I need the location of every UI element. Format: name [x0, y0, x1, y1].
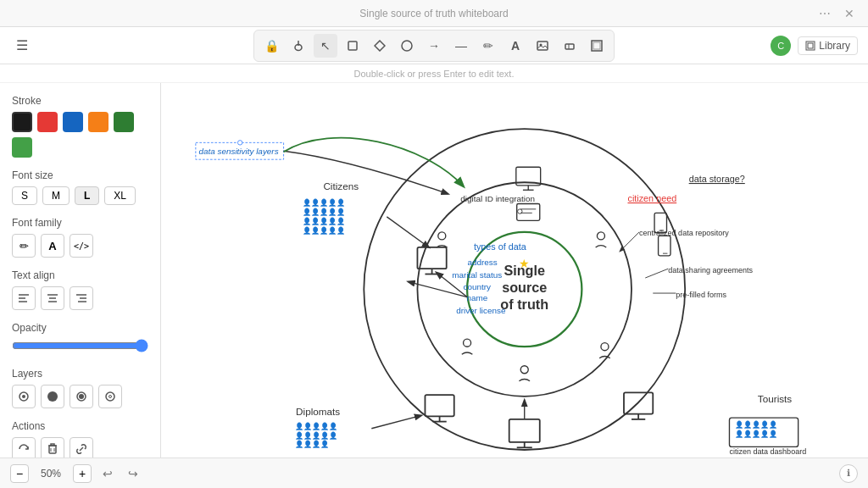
color-green[interactable] — [12, 137, 32, 158]
toolbar-hint: Double-click or press Enter to edit text… — [354, 69, 515, 79]
ellipse-tool[interactable] — [395, 34, 419, 58]
layer-btn-2[interactable] — [41, 385, 64, 408]
svg-rect-6 — [565, 44, 574, 49]
info-button[interactable]: ℹ — [839, 464, 858, 483]
svg-text:data sharing agreements: data sharing agreements — [668, 266, 753, 274]
svg-rect-11 — [808, 43, 813, 48]
hand-tool[interactable] — [287, 34, 310, 58]
svg-text:👤👤👤👤👤: 👤👤👤👤👤 — [295, 422, 338, 431]
font-size-buttons: S M L XL — [12, 186, 148, 205]
stroke-label: Stroke — [12, 95, 148, 107]
line-tool[interactable]: — — [449, 34, 473, 58]
rotate-button[interactable] — [12, 437, 36, 458]
svg-text:country: country — [464, 282, 492, 291]
svg-text:digital ID integration: digital ID integration — [460, 194, 535, 203]
font-size-s[interactable]: S — [12, 186, 37, 205]
opacity-slider[interactable] — [12, 339, 148, 352]
opacity-section: Opacity — [12, 322, 148, 356]
svg-point-27 — [109, 396, 112, 398]
layer-buttons — [12, 385, 148, 408]
svg-text:👤👤👤👤👤: 👤👤👤👤👤 — [735, 420, 778, 430]
color-black[interactable] — [12, 112, 32, 132]
svg-marker-2 — [375, 41, 385, 51]
delete-button[interactable] — [41, 437, 64, 458]
svg-text:Citizens: Citizens — [323, 180, 359, 191]
zoom-value[interactable]: 50% — [36, 468, 66, 480]
svg-text:citizen data dashboard: citizen data dashboard — [729, 447, 806, 456]
library-button[interactable]: Library — [798, 36, 858, 55]
layers-label: Layers — [12, 368, 148, 380]
font-size-label: Font size — [12, 169, 148, 181]
svg-text:address: address — [467, 258, 497, 267]
svg-rect-1 — [348, 42, 357, 50]
align-left-button[interactable] — [12, 286, 36, 310]
tools-group: 🔒 ↖ → — ✏ A — [253, 30, 615, 62]
toolbar-right: C Library — [771, 36, 858, 56]
window-title: Single source of truth whiteboard — [359, 8, 508, 19]
font-size-xl[interactable]: XL — [104, 186, 136, 205]
font-size-l[interactable]: L — [75, 186, 99, 205]
color-red[interactable] — [37, 112, 58, 132]
layers-section: Layers — [12, 368, 148, 408]
action-buttons — [12, 437, 148, 458]
svg-text:Tourists: Tourists — [758, 393, 793, 404]
user-avatar[interactable]: C — [771, 36, 791, 56]
stroke-section: Stroke — [12, 95, 148, 158]
arrow-tool[interactable]: → — [422, 34, 446, 58]
undo-button[interactable]: ↩ — [98, 464, 117, 483]
svg-text:👤👤👤👤👤: 👤👤👤👤👤 — [303, 217, 346, 226]
left-panel: Stroke Font size S M L XL — [0, 83, 161, 458]
diamond-tool[interactable] — [368, 34, 392, 58]
zoom-in-button[interactable]: + — [73, 464, 92, 483]
layer-btn-4[interactable] — [98, 385, 122, 408]
image-tool[interactable] — [531, 34, 554, 58]
font-size-m[interactable]: M — [42, 186, 70, 205]
svg-text:marital status: marital status — [452, 270, 502, 280]
main-area: Stroke Font size S M L XL — [0, 83, 868, 458]
menu-button[interactable]: ☰ — [10, 34, 34, 58]
svg-point-26 — [106, 392, 114, 401]
text-tool[interactable]: A — [504, 34, 527, 58]
svg-text:👤👤👤👤👤: 👤👤👤👤👤 — [735, 430, 778, 439]
svg-text:pre-filled forms: pre-filled forms — [676, 291, 726, 299]
redo-button[interactable]: ↪ — [124, 464, 142, 483]
link-button[interactable] — [70, 437, 93, 458]
svg-point-3 — [402, 41, 412, 51]
color-dark-green[interactable] — [114, 112, 134, 132]
font-handwriting[interactable]: ✏ — [12, 234, 36, 258]
canvas-area[interactable]: Single source of truth ★ types of data a… — [161, 83, 868, 458]
text-align-buttons — [12, 286, 148, 310]
svg-text:👤👤👤👤👤: 👤👤👤👤👤 — [295, 431, 338, 441]
bottom-right: ℹ — [839, 464, 858, 483]
svg-text:Diplomats: Diplomats — [296, 406, 340, 417]
font-family-section: Font family ✏ A </> — [12, 217, 148, 258]
lock-tool[interactable]: 🔒 — [259, 34, 283, 58]
layer-btn-1[interactable] — [12, 385, 36, 408]
close-button[interactable]: ✕ — [841, 5, 858, 22]
svg-text:of truth: of truth — [500, 297, 548, 312]
bottom-bar: − 50% + ↩ ↪ ℹ — [0, 458, 868, 488]
svg-text:★: ★ — [519, 257, 530, 270]
text-align-section: Text align — [12, 269, 148, 310]
color-orange[interactable] — [88, 112, 108, 132]
align-center-button[interactable] — [41, 286, 64, 310]
svg-point-23 — [47, 391, 58, 402]
zoom-out-button[interactable]: − — [10, 464, 29, 483]
frame-tool[interactable] — [585, 34, 609, 58]
minimize-button[interactable]: ⋯ — [815, 5, 834, 22]
svg-text:types of data: types of data — [474, 241, 527, 252]
font-code[interactable]: </> — [70, 234, 93, 258]
layer-btn-3[interactable] — [70, 385, 93, 408]
color-blue[interactable] — [63, 112, 83, 132]
text-align-label: Text align — [12, 269, 148, 281]
eraser-tool[interactable] — [558, 34, 581, 58]
cursor-tool[interactable]: ↖ — [314, 34, 337, 58]
svg-rect-9 — [593, 42, 600, 49]
align-right-button[interactable] — [70, 286, 93, 310]
rectangle-tool[interactable] — [341, 34, 364, 58]
font-serif[interactable]: A — [41, 234, 64, 258]
stroke-colors — [12, 112, 148, 158]
svg-text:👤👤👤👤: 👤👤👤👤 — [295, 440, 330, 449]
pencil-tool[interactable]: ✏ — [476, 34, 500, 58]
svg-text:source: source — [502, 280, 547, 295]
